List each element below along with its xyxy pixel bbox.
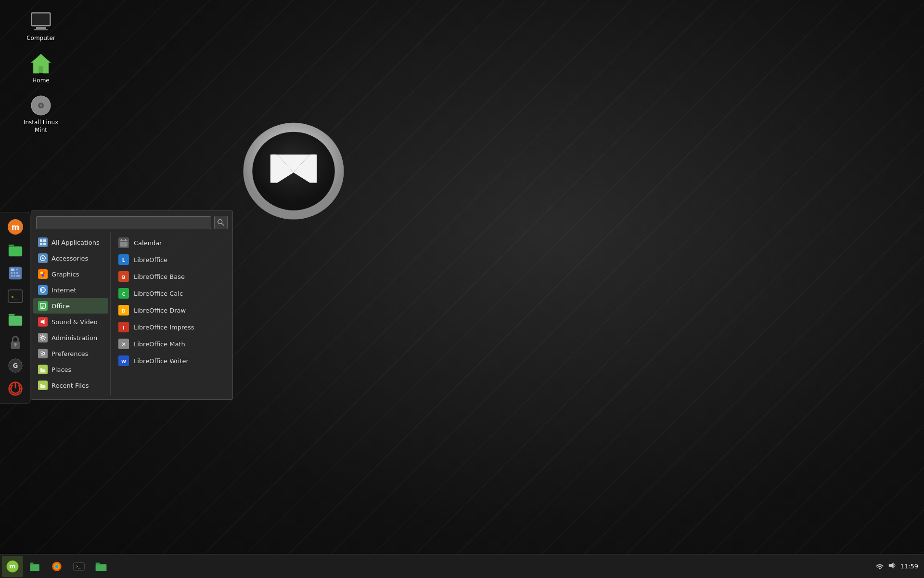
app-libreoffice-draw[interactable]: D LibreOffice Draw [113, 302, 231, 318]
app-calendar[interactable]: Calendar [113, 235, 231, 251]
svg-rect-25 [96, 564, 107, 571]
taskbar-left: m >_ [0, 556, 112, 577]
network-icon[interactable] [875, 561, 884, 571]
category-graphics[interactable]: Graphics [33, 266, 108, 282]
category-office[interactable]: Office [33, 298, 108, 314]
svg-point-61 [43, 272, 45, 274]
svg-rect-48 [15, 344, 16, 347]
app-libreoffice-writer[interactable]: W LibreOffice Writer [113, 353, 231, 369]
category-recent[interactable]: Recent Files [33, 378, 108, 393]
svg-rect-39 [11, 275, 13, 277]
category-accessories[interactable]: Accessories [33, 250, 108, 266]
dock-folder[interactable] [5, 309, 26, 330]
svg-marker-79 [40, 368, 42, 369]
app-calendar-label: Calendar [134, 239, 162, 247]
app-libreoffice-math[interactable]: ✕ LibreOffice Math [113, 336, 231, 352]
svg-point-60 [40, 272, 43, 274]
menu-search-bar [31, 211, 232, 232]
libreoffice-draw-app-icon: D [118, 305, 129, 315]
category-office-label: Office [51, 302, 70, 310]
dock-mintmenu[interactable]: m [5, 216, 26, 237]
svg-text:I: I [123, 326, 124, 330]
all-apps-icon [38, 237, 48, 247]
app-menu: All Applications Accessories [31, 210, 233, 400]
volume-icon[interactable] [888, 561, 897, 571]
dock-grub[interactable]: G [5, 355, 26, 376]
taskbar-right: 11:59 [875, 561, 924, 571]
svg-rect-38 [16, 272, 18, 274]
app-libreoffice-calc[interactable]: C LibreOffice Calc [113, 285, 231, 302]
mintmenu-taskbar-button[interactable]: m [2, 556, 23, 577]
category-recent-label: Recent Files [51, 382, 89, 389]
install-label: Install Linux Mint [19, 119, 63, 134]
app-libreoffice-base[interactable]: B LibreOffice Base [113, 268, 231, 285]
menu-search-input[interactable] [36, 216, 211, 229]
category-places-label: Places [51, 366, 71, 373]
category-prefs[interactable]: Preferences [33, 346, 108, 361]
svg-text:C: C [122, 292, 126, 297]
svg-text:m: m [11, 223, 19, 232]
svg-rect-85 [125, 239, 126, 241]
menu-search-button[interactable] [214, 216, 228, 229]
dock-calculator[interactable] [5, 263, 26, 284]
folder-taskbar-button[interactable] [90, 556, 112, 577]
sound-icon [38, 317, 48, 327]
svg-marker-45 [8, 314, 14, 316]
accessories-icon [38, 253, 48, 263]
dock-files[interactable] [5, 239, 26, 261]
taskbar: m >_ [0, 554, 924, 578]
svg-point-22 [55, 565, 59, 568]
svg-point-77 [41, 354, 43, 356]
desktop-icon-home[interactable]: Home [19, 52, 63, 85]
svg-point-75 [41, 352, 43, 354]
internet-icon [38, 285, 48, 295]
svg-point-8 [40, 105, 42, 106]
svg-text:✕: ✕ [121, 341, 126, 348]
files-taskbar-button[interactable] [24, 556, 45, 577]
home-icon [29, 52, 52, 75]
graphics-icon [38, 269, 48, 279]
svg-rect-54 [40, 239, 42, 242]
app-libreoffice-writer-label: LibreOffice Writer [134, 357, 189, 365]
svg-rect-44 [8, 315, 22, 326]
svg-rect-55 [43, 239, 46, 242]
category-all[interactable]: All Applications [33, 235, 108, 250]
menu-app-list: Calendar L LibreOffice [111, 232, 232, 395]
computer-icon [29, 10, 52, 33]
category-places[interactable]: Places [33, 362, 108, 377]
svg-rect-82 [120, 240, 128, 247]
category-internet[interactable]: Internet [33, 282, 108, 298]
category-sound[interactable]: Sound & Video [33, 314, 108, 329]
category-admin[interactable]: Administration [33, 330, 108, 345]
app-libreoffice-impress[interactable]: I LibreOffice Impress [113, 319, 231, 335]
libreoffice-app-icon: L [118, 254, 129, 265]
svg-rect-1 [32, 13, 50, 25]
svg-rect-34 [11, 269, 14, 271]
category-internet-label: Internet [51, 287, 77, 294]
recent-icon [38, 381, 48, 390]
app-libreoffice[interactable]: L LibreOffice [113, 251, 231, 268]
firefox-taskbar-button[interactable] [46, 556, 67, 577]
terminal-taskbar-button[interactable]: >_ [68, 556, 90, 577]
desktop-icon-computer[interactable]: Computer [19, 10, 63, 42]
svg-marker-70 [41, 319, 45, 325]
category-admin-label: Administration [51, 334, 97, 342]
svg-rect-40 [13, 275, 15, 277]
admin-icon [38, 333, 48, 342]
dock-terminal[interactable]: >_ [5, 286, 26, 307]
svg-rect-5 [39, 66, 43, 73]
svg-rect-36 [11, 272, 13, 274]
svg-point-71 [41, 336, 44, 339]
app-libreoffice-label: LibreOffice [134, 256, 167, 263]
dock-lock[interactable] [5, 332, 26, 353]
taskbar-clock: 11:59 [900, 563, 918, 570]
desktop-icons: Computer Home Install Linux Mint [19, 10, 63, 134]
desktop-icon-install[interactable]: Install Linux Mint [19, 94, 63, 134]
app-libreoffice-calc-label: LibreOffice Calc [134, 290, 183, 297]
svg-marker-32 [8, 245, 14, 247]
dock-power[interactable] [5, 378, 26, 399]
svg-text:m: m [10, 563, 16, 570]
places-icon [38, 365, 48, 374]
svg-rect-18 [30, 564, 39, 571]
svg-rect-37 [13, 272, 15, 274]
